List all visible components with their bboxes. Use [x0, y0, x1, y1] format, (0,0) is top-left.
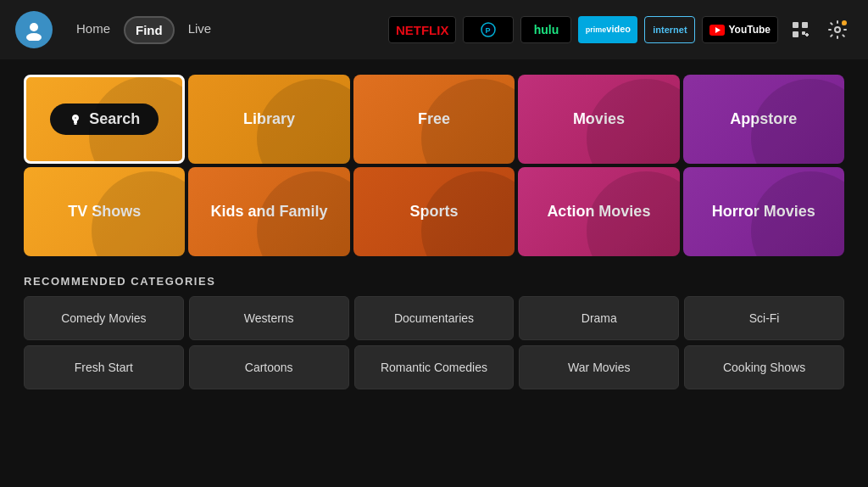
tv-shows-label: TV Shows [68, 203, 141, 221]
svg-point-1 [26, 33, 42, 41]
user-avatar[interactable] [15, 11, 53, 48]
rec-drama[interactable]: Drama [519, 296, 679, 340]
appstore-tile[interactable]: Appstore [683, 75, 844, 164]
library-label: Library [243, 110, 295, 128]
rec-documentaries[interactable]: Documentaries [354, 296, 515, 340]
hulu-service[interactable]: hulu [520, 16, 571, 43]
search-tile[interactable]: Search [24, 75, 185, 164]
rec-war-movies[interactable]: War Movies [519, 345, 679, 389]
kids-family-label: Kids and Family [211, 203, 328, 221]
horror-movies-label: Horror Movies [712, 203, 815, 221]
svg-rect-7 [802, 22, 808, 28]
appstore-label: Appstore [730, 110, 797, 128]
rec-cartoons[interactable]: Cartoons [189, 345, 349, 389]
top-navigation: Home Find Live NETFLIX P hulu prime vide… [0, 0, 868, 59]
svg-rect-9 [802, 31, 805, 35]
kids-family-tile[interactable]: Kids and Family [188, 167, 349, 256]
svg-point-12 [835, 27, 840, 32]
recommended-grid: Comedy Movies Westerns Documentaries Dra… [24, 296, 844, 389]
rec-fresh-start[interactable]: Fresh Start [24, 345, 184, 389]
action-movies-label: Action Movies [547, 203, 650, 221]
rec-comedy-movies[interactable]: Comedy Movies [24, 296, 184, 340]
nav-live[interactable]: Live [178, 16, 222, 44]
movies-label: Movies [573, 110, 625, 128]
nav-home[interactable]: Home [66, 16, 120, 44]
action-movies-tile[interactable]: Action Movies [518, 167, 679, 256]
main-content: Search Library Free Movies Appstore TV S… [0, 59, 868, 401]
apps-grid-button[interactable] [785, 14, 815, 45]
settings-button[interactable] [822, 14, 853, 45]
sports-label: Sports [409, 203, 458, 221]
free-tile[interactable]: Free [353, 75, 515, 164]
rec-sci-fi[interactable]: Sci-Fi [684, 296, 844, 340]
internet-service[interactable]: internet [644, 16, 695, 43]
sports-tile[interactable]: Sports [353, 167, 515, 256]
netflix-service[interactable]: NETFLIX [388, 16, 457, 43]
rec-romantic-comedies[interactable]: Romantic Comedies [354, 345, 515, 389]
tv-shows-tile[interactable]: TV Shows [24, 167, 185, 256]
prime-video-service[interactable]: prime video [578, 16, 637, 43]
recommended-title: RECOMMENDED CATEGORIES [24, 275, 844, 288]
rec-cooking-shows[interactable]: Cooking Shows [684, 345, 844, 389]
search-inner: Search [50, 104, 159, 135]
svg-rect-14 [75, 123, 77, 125]
svg-rect-8 [793, 31, 798, 37]
nav-links: Home Find Live [66, 16, 221, 44]
recommended-section: RECOMMENDED CATEGORIES Comedy Movies Wes… [24, 275, 844, 389]
rec-westerns[interactable]: Westerns [189, 296, 349, 340]
nav-find[interactable]: Find [124, 16, 175, 44]
svg-point-0 [30, 23, 38, 31]
nav-services: NETFLIX P hulu prime video internet YouT… [388, 14, 853, 45]
navigation-grid: Search Library Free Movies Appstore TV S… [24, 75, 844, 256]
youtube-label: YouTube [728, 24, 771, 36]
search-label: Search [89, 110, 140, 128]
svg-point-15 [75, 117, 76, 119]
svg-rect-6 [793, 22, 798, 28]
peacock-service[interactable]: P [463, 16, 514, 43]
svg-point-13 [842, 20, 847, 25]
svg-text:P: P [486, 26, 492, 35]
library-tile[interactable]: Library [188, 75, 349, 164]
horror-movies-tile[interactable]: Horror Movies [683, 167, 844, 256]
movies-tile[interactable]: Movies [518, 75, 679, 164]
youtube-service[interactable]: YouTube [702, 16, 778, 43]
free-label: Free [418, 110, 450, 128]
